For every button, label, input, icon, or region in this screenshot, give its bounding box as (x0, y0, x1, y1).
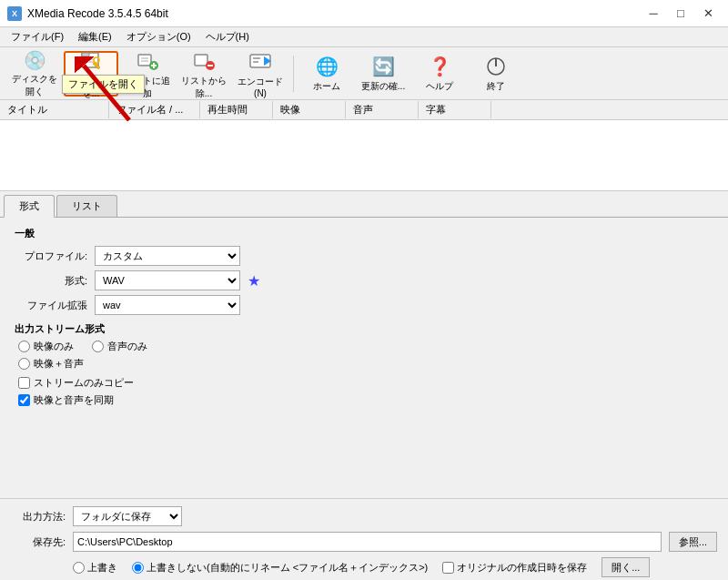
profile-label: プロファイル: (15, 249, 87, 263)
menu-bar: ファイル(F) 編集(E) オプション(O) ヘルプ(H) (0, 27, 728, 47)
radio-audio-only[interactable]: 音声のみ (92, 340, 147, 353)
open-file-icon (78, 47, 104, 73)
profile-row: プロファイル: カスタム (15, 246, 713, 266)
svg-rect-16 (253, 57, 260, 59)
radio-overwrite-label: 上書き (87, 561, 117, 575)
radio-overwrite[interactable]: 上書き (73, 561, 117, 575)
help-icon: ❓ (427, 55, 452, 78)
update-icon: 🔄 (370, 55, 396, 78)
help-button[interactable]: ❓ ヘルプ (412, 51, 467, 97)
radio-video-audio-label: 映像＋音声 (34, 357, 84, 371)
settings-panel: 一般 プロファイル: カスタム 形式: WAV ★ ファイル拡張 wav (0, 218, 728, 420)
radio-video-only-label: 映像のみ (34, 340, 74, 353)
radio-video-only-input[interactable] (18, 341, 30, 352)
stream-copy-checkbox[interactable] (18, 377, 30, 389)
sync-row: 映像と音声を同期 (15, 393, 713, 407)
help-label: ヘルプ (426, 80, 453, 93)
svg-rect-12 (195, 55, 207, 66)
home-button[interactable]: 🌐 ホーム (299, 51, 354, 97)
quit-label: 終了 (487, 80, 505, 93)
format-select[interactable]: WAV (95, 270, 240, 290)
remove-list-label: リストから除... (180, 75, 228, 100)
sync-label: 映像と音声を同期 (34, 393, 114, 407)
output-method-label: 出力方法: (11, 510, 66, 524)
sync-checkbox[interactable] (18, 394, 30, 406)
minimize-button[interactable]: ─ (641, 4, 666, 24)
radio-keep-date[interactable]: オリジナルの作成日時を保存 (442, 561, 587, 575)
radio-row-2: 映像＋音声 (15, 357, 713, 371)
window-title: XMedia Recode 3.5.4.5 64bit (27, 7, 168, 20)
browse-button[interactable]: 参照... (669, 532, 717, 552)
svg-rect-6 (138, 55, 151, 66)
open-button[interactable]: 開く... (602, 557, 650, 577)
radio-no-overwrite-input[interactable] (132, 562, 144, 574)
quit-icon (483, 55, 509, 78)
close-button[interactable]: ✕ (695, 4, 721, 24)
output-method-select[interactable]: フォルダに保存 (73, 506, 182, 526)
encode-button[interactable]: エンコード(N) (233, 51, 288, 97)
stream-copy-label: ストリームのみコピー (34, 376, 134, 390)
radio-overwrite-input[interactable] (73, 562, 85, 574)
radio-video-audio[interactable]: 映像＋音声 (18, 357, 84, 371)
radio-audio-only-input[interactable] (92, 341, 104, 352)
radio-video-only[interactable]: 映像のみ (18, 340, 74, 353)
update-label: 更新の確... (361, 80, 405, 93)
general-section-title: 一般 (15, 227, 713, 240)
svg-rect-17 (253, 61, 258, 63)
title-bar: X XMedia Recode 3.5.4.5 64bit ─ □ ✕ (0, 0, 728, 27)
tab-list[interactable]: リスト (56, 195, 117, 217)
open-disc-label: ディスクを開く (11, 73, 58, 98)
toolbar-separator (293, 56, 294, 92)
home-icon: 🌐 (314, 55, 339, 78)
remove-list-button[interactable]: リストから除... (177, 51, 231, 97)
title-bar-left: X XMedia Recode 3.5.4.5 64bit (7, 6, 168, 21)
radio-no-overwrite[interactable]: 上書きしない(自動的にリネーム <ファイル名＋インデックス>) (132, 561, 428, 575)
open-disc-button[interactable]: 💿 ディスクを開く (7, 51, 62, 97)
format-row: 形式: WAV ★ (15, 270, 713, 290)
keep-date-label: オリジナルの作成日時を保存 (457, 561, 587, 575)
extension-select[interactable]: wav (95, 295, 240, 315)
col-header-filename: ファイル名 / ... (109, 101, 200, 118)
col-header-subtitle: 字幕 (419, 101, 491, 118)
main-content: タイトル ファイル名 / ... 再生時間 映像 音声 字幕 形式 リスト 一般… (0, 100, 728, 580)
add-list-icon (135, 47, 160, 73)
app-icon: X (7, 6, 22, 21)
favorite-star-icon[interactable]: ★ (248, 272, 260, 290)
tabs: 形式 リスト (0, 191, 728, 218)
title-bar-controls: ─ □ ✕ (641, 4, 721, 24)
center-panel: 形式 リスト 一般 プロファイル: カスタム 形式: WAV ★ ファイル拡張 (0, 191, 728, 580)
file-list-area: タイトル ファイル名 / ... 再生時間 映像 音声 字幕 (0, 100, 728, 191)
profile-select[interactable]: カスタム (95, 246, 240, 266)
tab-format[interactable]: 形式 (4, 195, 55, 218)
menu-file[interactable]: ファイル(F) (4, 28, 71, 46)
radio-row-1: 映像のみ 音声のみ (15, 340, 713, 353)
col-header-duration: 再生時間 (200, 101, 273, 118)
output-saveto-label: 保存先: (11, 535, 66, 549)
output-bottom-row: 上書き 上書きしない(自動的にリネーム <ファイル名＋インデックス>) オリジナ… (11, 557, 717, 577)
col-header-video: 映像 (273, 101, 346, 118)
output-stream-label: 出力ストリーム形式 (15, 322, 713, 336)
radio-no-overwrite-label: 上書きしない(自動的にリネーム <ファイル名＋インデックス>) (147, 561, 428, 575)
format-label: 形式: (15, 274, 87, 288)
output-area: 出力方法: フォルダに保存 保存先: C:\Users\PC\Desktop 参… (0, 498, 728, 580)
output-stream-section: 出力ストリーム形式 映像のみ 音声のみ 映像＋音声 (15, 322, 713, 371)
encode-label: エンコード(N) (237, 76, 284, 98)
menu-help[interactable]: ヘルプ(H) (198, 28, 257, 46)
radio-video-audio-input[interactable] (18, 358, 30, 370)
extension-label: ファイル拡張 (15, 299, 87, 312)
output-method-row: 出力方法: フォルダに保存 (11, 506, 717, 526)
update-button[interactable]: 🔄 更新の確... (356, 51, 410, 97)
file-list-header: タイトル ファイル名 / ... 再生時間 映像 音声 字幕 (0, 100, 728, 120)
output-saveto-row: 保存先: C:\Users\PC\Desktop 参照... (11, 532, 717, 552)
col-header-audio: 音声 (346, 101, 419, 118)
quit-button[interactable]: 終了 (469, 51, 523, 97)
open-disc-icon: 💿 (22, 49, 47, 71)
output-path-input[interactable]: C:\Users\PC\Desktop (73, 532, 662, 552)
menu-edit[interactable]: 編集(E) (71, 28, 119, 46)
extension-row: ファイル拡張 wav (15, 295, 713, 315)
keep-date-checkbox[interactable] (442, 562, 454, 574)
menu-options[interactable]: オプション(O) (119, 28, 198, 46)
encode-icon (248, 48, 273, 74)
maximize-button[interactable]: □ (668, 4, 693, 24)
stream-copy-row: ストリームのみコピー (15, 376, 713, 390)
